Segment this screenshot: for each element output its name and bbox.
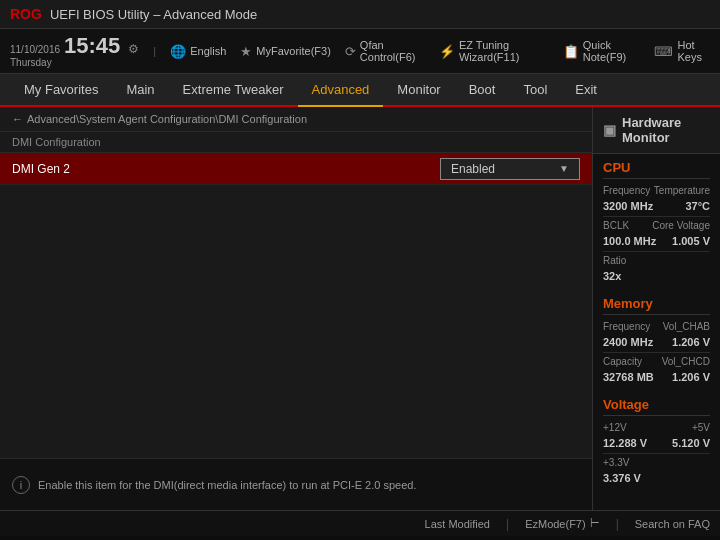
cpu-temperature-label: Temperature (654, 185, 710, 196)
cpu-freq-temp-labels: Frequency Temperature (603, 185, 710, 196)
v5-value: 5.120 V (672, 437, 710, 449)
dropdown-arrow-icon: ▼ (559, 163, 569, 174)
voltage-section-title: Voltage (603, 397, 710, 416)
v12-v5-labels: +12V +5V (603, 422, 710, 433)
monitor-icon: ▣ (603, 122, 616, 138)
ez-mode-button[interactable]: EzMode(F7) ⊢ (525, 517, 600, 530)
v12-value: 12.288 V (603, 437, 647, 449)
language-icon: 🌐 (170, 44, 186, 59)
v33-label-row: +3.3V (603, 457, 710, 468)
time-display: 15:45 (64, 33, 120, 59)
info-bar: 11/10/2016 Thursday 15:45 ⚙ | 🌐 English … (0, 29, 720, 74)
hot-keys-button[interactable]: ⌨ Hot Keys (654, 39, 710, 63)
info-icon: i (12, 476, 30, 494)
dmi-gen2-dropdown[interactable]: Enabled ▼ (440, 158, 580, 180)
nav-advanced[interactable]: Advanced (298, 74, 384, 107)
main-panel: ← Advanced\System Agent Configuration\DM… (0, 107, 592, 510)
quick-note-button[interactable]: 📋 Quick Note(F9) (563, 39, 641, 63)
content-area: ← Advanced\System Agent Configuration\DM… (0, 107, 720, 510)
v33-value-row: 3.376 V (603, 472, 710, 484)
memory-section: Memory Frequency Vol_CHAB 2400 MHz 1.206… (593, 290, 720, 391)
bios-title: UEFI BIOS Utility – Advanced Mode (50, 7, 257, 22)
bclk-value: 100.0 MHz (603, 235, 656, 247)
cpu-section: CPU Frequency Temperature 3200 MHz 37°C … (593, 154, 720, 290)
nav-exit[interactable]: Exit (561, 74, 611, 105)
hw-monitor-title: ▣ Hardware Monitor (593, 107, 720, 154)
search-faq-button[interactable]: Search on FAQ (635, 518, 710, 530)
dmi-gen2-row[interactable]: DMI Gen 2 Enabled ▼ (0, 153, 592, 185)
main-nav: My Favorites Main Extreme Tweaker Advanc… (0, 74, 720, 107)
note-icon: 📋 (563, 44, 579, 59)
vol-chab-label: Vol_CHAB (663, 321, 710, 332)
config-area[interactable]: DMI Gen 2 Enabled ▼ (0, 153, 592, 458)
nav-tool[interactable]: Tool (509, 74, 561, 105)
mem-freq-volchab-labels: Frequency Vol_CHAB (603, 321, 710, 332)
mem-frequency-value: 2400 MHz (603, 336, 653, 348)
cpu-section-title: CPU (603, 160, 710, 179)
cpu-frequency-label: Frequency (603, 185, 650, 196)
nav-main[interactable]: Main (112, 74, 168, 105)
nav-my-favorites[interactable]: My Favorites (10, 74, 112, 105)
copyright-bar: Version 2.17.1246. Copyright (C) 2016 Am… (0, 536, 720, 540)
ez-tuning-button[interactable]: ⚡ EZ Tuning Wizard(F11) (439, 39, 549, 63)
nav-boot[interactable]: Boot (455, 74, 510, 105)
capacity-label: Capacity (603, 356, 642, 367)
ratio-value: 32x (603, 270, 621, 282)
mem-cap-volchcd-values: 32768 MB 1.206 V (603, 371, 710, 383)
qfan-button[interactable]: ⟳ Qfan Control(F6) (345, 39, 425, 63)
mem-freq-volchab-values: 2400 MHz 1.206 V (603, 336, 710, 348)
mem-frequency-label: Frequency (603, 321, 650, 332)
rog-logo: ROG (10, 6, 42, 22)
breadcrumb: ← Advanced\System Agent Configuration\DM… (0, 107, 592, 132)
memory-section-title: Memory (603, 296, 710, 315)
myfavorite-button[interactable]: ★ MyFavorite(F3) (240, 44, 331, 59)
voltage-section: Voltage +12V +5V 12.288 V 5.120 V +3.3V … (593, 391, 720, 492)
fan-icon: ⟳ (345, 44, 356, 59)
cpu-temperature-value: 37°C (685, 200, 710, 212)
cpu-frequency-value: 3200 MHz (603, 200, 653, 212)
last-modified-button[interactable]: Last Modified (425, 518, 490, 530)
capacity-value: 32768 MB (603, 371, 654, 383)
v12-v5-values: 12.288 V 5.120 V (603, 437, 710, 449)
bolt-icon: ⚡ (439, 44, 455, 59)
cpu-ratio-value-row: 32x (603, 270, 710, 282)
ratio-label: Ratio (603, 255, 626, 266)
v12-label: +12V (603, 422, 627, 433)
bclk-label: BCLK (603, 220, 629, 231)
core-voltage-label: Core Voltage (652, 220, 710, 231)
star-icon: ★ (240, 44, 252, 59)
nav-monitor[interactable]: Monitor (383, 74, 454, 105)
date-display: 11/10/2016 Thursday (10, 43, 60, 69)
cpu-freq-temp-values: 3200 MHz 37°C (603, 200, 710, 212)
cpu-bclk-voltage-values: 100.0 MHz 1.005 V (603, 235, 710, 247)
vol-chcd-value: 1.206 V (672, 371, 710, 383)
mem-cap-volchcd-labels: Capacity Vol_CHCD (603, 356, 710, 367)
section-label: DMI Configuration (0, 132, 592, 153)
cpu-ratio-label-row: Ratio (603, 255, 710, 266)
back-arrow-icon[interactable]: ← (12, 113, 23, 125)
bottom-info-bar: i Enable this item for the DMI(direct me… (0, 458, 592, 510)
title-bar: ROG UEFI BIOS Utility – Advanced Mode (0, 0, 720, 29)
ez-mode-icon: ⊢ (590, 517, 600, 530)
hw-monitor-panel: ▣ Hardware Monitor CPU Frequency Tempera… (592, 107, 720, 510)
bottom-info-text: Enable this item for the DMI(direct medi… (38, 479, 416, 491)
nav-extreme-tweaker[interactable]: Extreme Tweaker (169, 74, 298, 105)
footer-bar: Last Modified | EzMode(F7) ⊢ | Search on… (0, 510, 720, 536)
dmi-gen2-label: DMI Gen 2 (12, 162, 440, 176)
cpu-bclk-voltage-labels: BCLK Core Voltage (603, 220, 710, 231)
language-selector[interactable]: 🌐 English (170, 44, 226, 59)
v33-label: +3.3V (603, 457, 629, 468)
core-voltage-value: 1.005 V (672, 235, 710, 247)
v33-value: 3.376 V (603, 472, 641, 484)
key-icon: ⌨ (654, 44, 673, 59)
time-gear-icon[interactable]: ⚙ (128, 42, 139, 56)
vol-chcd-label: Vol_CHCD (662, 356, 710, 367)
v5-label: +5V (692, 422, 710, 433)
vol-chab-value: 1.206 V (672, 336, 710, 348)
